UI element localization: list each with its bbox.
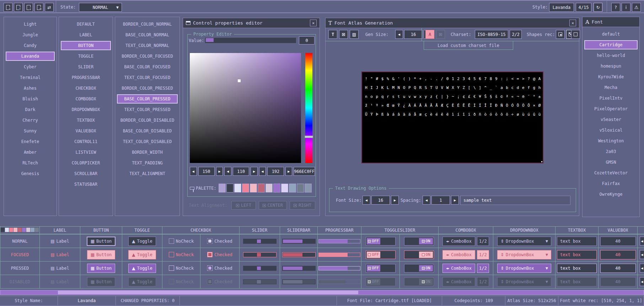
cell-focused-dropdown[interactable]: ⇕DropdownBox▼: [493, 248, 556, 262]
sample-text-input[interactable]: sample text: [460, 196, 570, 205]
cell-focused-textbox[interactable]: text box: [555, 248, 599, 262]
cell-pressed-toggle[interactable]: ▲Toggle: [122, 261, 162, 275]
control-item-checkbox[interactable]: CHECKBOX: [61, 84, 111, 93]
font-item-cozettevector[interactable]: CozetteVector: [584, 168, 638, 178]
cell-focused-combobox[interactable]: ◂▸ComboBox1/2: [438, 248, 493, 262]
scrollbar-thumb[interactable]: [58, 291, 358, 294]
preview-combobox[interactable]: ◂▸ComboBox: [442, 237, 475, 246]
preview-button[interactable]: ▦Button: [87, 250, 116, 259]
property-item-text-color-normal[interactable]: TEXT_COLOR_NORMAL: [117, 41, 178, 50]
preview-sliderbar[interactable]: [282, 239, 316, 244]
cell-pressed-progress[interactable]: [317, 261, 361, 275]
preview-toggle[interactable]: ▲Toggle: [128, 237, 156, 246]
theme-item-terminal[interactable]: Terminal: [6, 73, 55, 82]
control-item-control11[interactable]: CONTROL11: [61, 137, 111, 146]
palette-swatch-10[interactable]: [297, 184, 304, 192]
palette-swatch-9[interactable]: [289, 184, 296, 192]
preview-textbox[interactable]: text box: [557, 237, 597, 246]
cell-pressed-slider[interactable]: [239, 261, 280, 275]
close-icon[interactable]: ×: [310, 20, 317, 26]
preview-slider[interactable]: [243, 252, 277, 257]
font-item-pixelintv[interactable]: PixelIntv: [584, 94, 638, 103]
combobox-counter[interactable]: 1/2: [477, 237, 489, 246]
combobox-counter[interactable]: 1/2: [477, 264, 489, 273]
value-box[interactable]: 0: [299, 36, 315, 44]
preview-checkbox-checked[interactable]: [207, 265, 213, 271]
blue-value[interactable]: 192: [267, 167, 284, 176]
font-item-default[interactable]: default: [584, 30, 638, 39]
property-item-text-color-pressed[interactable]: TEXT_COLOR_PRESSED: [117, 105, 178, 114]
shapes-rec-square-button[interactable]: [571, 30, 580, 39]
cell-disabled-sliderbar[interactable]: [280, 275, 318, 289]
preview-spinner-left[interactable]: ◀: [640, 237, 644, 246]
theme-item-cyber[interactable]: Cyber: [6, 62, 55, 72]
export-style-button[interactable]: e: [34, 3, 43, 12]
property-item-text-padding[interactable]: TEXT_PADDING: [117, 158, 178, 168]
hue-bar-handle[interactable]: [305, 136, 313, 138]
charset-page-box[interactable]: 2/2: [510, 30, 522, 39]
red-value[interactable]: 150: [198, 167, 215, 176]
theme-item-candy[interactable]: Candy: [6, 41, 55, 50]
spacing-decrease-button[interactable]: ◀: [423, 196, 430, 205]
preview-button[interactable]: ▦Button: [87, 277, 116, 286]
cell-normal-dropdown[interactable]: ⇕DropdownBox▼: [493, 234, 556, 248]
combobox-counter[interactable]: 1/2: [477, 250, 489, 259]
theme-item-enefete[interactable]: Enefete: [6, 137, 55, 146]
cell-normal-label[interactable]: ▤Label: [39, 234, 80, 248]
palette-swatch-1[interactable]: [226, 184, 234, 192]
cell-normal-textbox[interactable]: text box: [555, 234, 599, 248]
cell-pressed-button[interactable]: ▦Button: [80, 261, 122, 275]
charset-value-box[interactable]: ISO-8859-15: [475, 30, 508, 39]
preview-button[interactable]: ▦Button: [87, 237, 116, 246]
font-item-homespun[interactable]: homespun: [584, 62, 638, 71]
font-item-gmsn[interactable]: GMSN: [584, 158, 638, 167]
unload-charset-button[interactable]: ⊠: [436, 30, 445, 39]
preview-slider[interactable]: [243, 266, 277, 271]
preview-spinner-left[interactable]: ◀: [640, 264, 644, 273]
theme-item-light[interactable]: Light: [6, 20, 55, 29]
preview-checkbox-checked[interactable]: [207, 252, 213, 257]
control-item-textbox[interactable]: TEXTBOX: [61, 116, 111, 125]
preview-valuebox[interactable]: 40: [600, 250, 636, 259]
control-item-button[interactable]: BUTTON: [61, 41, 111, 50]
preview-textbox[interactable]: text box: [557, 250, 597, 259]
cell-normal-valuebox[interactable]: 40: [598, 234, 638, 248]
font-item-pixeloperator[interactable]: PixelOperator: [584, 104, 638, 114]
cell-disabled-button[interactable]: ▦Button: [80, 275, 122, 289]
gen-size-value[interactable]: 16: [404, 30, 423, 39]
theme-item-ashes[interactable]: Ashes: [6, 84, 55, 93]
preview-toggleslider-off[interactable]: OFF: [366, 264, 396, 273]
shapes-rec-corner-button[interactable]: [556, 30, 565, 39]
palette-swatch-4[interactable]: [250, 184, 257, 192]
cell-disabled-checked[interactable]: Checked: [200, 275, 240, 289]
preview-checkbox-unchecked[interactable]: [169, 252, 174, 257]
property-item-base-color-pressed[interactable]: BASE_COLOR_PRESSED: [117, 94, 178, 104]
cell-focused-button[interactable]: ▦Button: [80, 248, 122, 262]
load-style-button[interactable]: ↑: [14, 3, 23, 12]
cell-pressed-label[interactable]: ▤Label: [39, 261, 80, 275]
control-item-slider[interactable]: SLIDER: [61, 62, 111, 72]
preview-checkbox-unchecked[interactable]: [169, 265, 174, 271]
green-decrease-button[interactable]: ◀: [224, 167, 231, 176]
palette-swatch-3[interactable]: [242, 184, 249, 192]
preview-combobox[interactable]: ◂▸ComboBox: [442, 277, 475, 286]
preview-dropdownbox[interactable]: ⇕DropdownBox▼: [497, 277, 551, 286]
cell-disabled-spinner[interactable]: ◀: [637, 275, 644, 289]
cell-normal-sliderbar[interactable]: [280, 234, 318, 248]
cell-normal-nocheck[interactable]: NoCheck: [162, 234, 200, 248]
cell-pressed-textbox[interactable]: text box: [555, 261, 599, 275]
theme-item-jungle[interactable]: Jungle: [6, 30, 55, 39]
font-item-cartridge[interactable]: Cartridge: [584, 40, 638, 49]
cell-focused-sliderbar[interactable]: [280, 248, 318, 262]
font-item-mecha[interactable]: Mecha: [584, 83, 638, 92]
font-size-decrease-button[interactable]: ◀: [363, 196, 370, 205]
combobox-counter[interactable]: 1/2: [477, 277, 489, 286]
value-slider[interactable]: [205, 38, 296, 43]
property-item-text-color-disabled[interactable]: TEXT_COLOR_DISABLED: [117, 137, 178, 146]
palette-swatch-7[interactable]: [273, 184, 280, 192]
control-item-default[interactable]: DEFAULT: [61, 20, 111, 29]
cell-focused-nocheck[interactable]: NoCheck: [162, 248, 200, 262]
close-icon[interactable]: ×: [569, 20, 576, 26]
font-text-button[interactable]: T: [328, 30, 337, 39]
control-item-valuebox[interactable]: VALUEBOX: [61, 126, 111, 136]
